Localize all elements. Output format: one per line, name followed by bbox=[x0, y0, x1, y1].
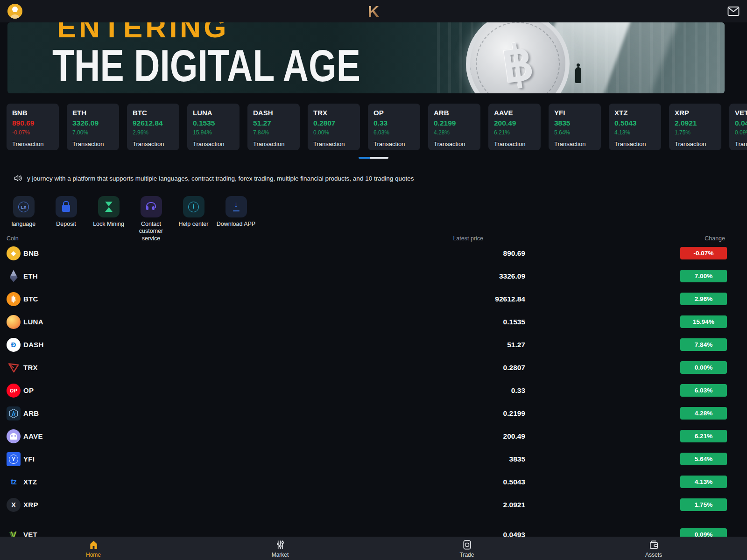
market-row-arb[interactable]: ARB 0.2199 4.28% bbox=[0, 402, 747, 425]
change-badge: 6.03% bbox=[680, 384, 727, 397]
ticker-card-row: BNB 890.69 -0.07% Transaction ETH 3326.0… bbox=[0, 104, 747, 150]
ticker-card-trx[interactable]: TRX 0.2807 0.00% Transaction bbox=[308, 104, 360, 150]
trade-icon bbox=[462, 539, 472, 550]
announcement-text: y journey with a platform that supports … bbox=[27, 175, 414, 182]
transaction-link[interactable]: Transaction bbox=[614, 140, 655, 147]
bottom-nav: Home Market Trade Assets bbox=[0, 537, 747, 560]
yfi-icon bbox=[7, 452, 21, 466]
market-row-dash[interactable]: DASH 51.27 7.84% bbox=[0, 333, 747, 356]
op-icon bbox=[7, 384, 21, 398]
transaction-link[interactable]: Transaction bbox=[434, 140, 475, 147]
transaction-link[interactable]: Transaction bbox=[12, 140, 53, 147]
transaction-link[interactable]: Transaction bbox=[313, 140, 354, 147]
market-row-luna[interactable]: LUNA 0.1535 15.94% bbox=[0, 310, 747, 333]
carousel-pager[interactable] bbox=[0, 157, 747, 159]
hourglass-icon bbox=[98, 196, 120, 217]
ticker-card-xtz[interactable]: XTZ 0.5043 4.13% Transaction bbox=[609, 104, 661, 150]
change-badge: 4.13% bbox=[680, 476, 727, 488]
speaker-icon bbox=[14, 175, 22, 182]
market-row-eth[interactable]: ETH 3326.09 7.00% bbox=[0, 265, 747, 287]
market-row-trx[interactable]: TRX 0.2807 0.00% bbox=[0, 356, 747, 379]
column-header-coin: Coin bbox=[7, 235, 19, 242]
transaction-link[interactable]: Transaction bbox=[253, 140, 294, 147]
top-bar: K bbox=[0, 0, 747, 22]
announcement-bar[interactable]: y journey with a platform that supports … bbox=[14, 175, 733, 182]
column-header-latest-price: Latest price bbox=[453, 235, 483, 242]
ticker-card-dash[interactable]: DASH 51.27 7.84% Transaction bbox=[247, 104, 300, 150]
eth-icon bbox=[7, 269, 21, 283]
download-icon bbox=[226, 196, 247, 217]
column-header-change: Change bbox=[705, 235, 725, 242]
info-circle-icon bbox=[183, 196, 204, 217]
transaction-link[interactable]: Transaction bbox=[494, 140, 535, 147]
change-badge: 7.00% bbox=[680, 270, 727, 282]
profile-avatar-icon[interactable] bbox=[7, 4, 22, 19]
change-badge: 1.75% bbox=[680, 498, 727, 511]
ticker-card-arb[interactable]: ARB 0.2199 4.28% Transaction bbox=[428, 104, 480, 150]
market-row-op[interactable]: OP 0.33 6.03% bbox=[0, 379, 747, 402]
luna-icon bbox=[7, 315, 21, 329]
market-row-yfi[interactable]: YFI 3835 5.64% bbox=[0, 448, 747, 470]
pager-track bbox=[370, 157, 388, 159]
transaction-link[interactable]: Transaction bbox=[374, 140, 415, 147]
xrp-icon bbox=[7, 498, 21, 512]
transaction-link[interactable]: Transaction bbox=[735, 140, 747, 147]
nav-item-trade[interactable]: Trade bbox=[374, 537, 560, 560]
banner-title-line1: ENTERING bbox=[57, 22, 725, 42]
headset-icon bbox=[141, 196, 162, 217]
change-badge: 15.94% bbox=[680, 315, 727, 328]
btc-icon bbox=[7, 292, 21, 306]
assets-icon bbox=[648, 539, 659, 550]
change-badge: 5.64% bbox=[680, 453, 727, 465]
transaction-link[interactable]: Transaction bbox=[193, 140, 234, 147]
change-badge: 7.84% bbox=[680, 338, 727, 351]
home-icon bbox=[88, 539, 99, 550]
ticker-card-xrp[interactable]: XRP 2.0921 1.75% Transaction bbox=[669, 104, 721, 150]
nav-item-home[interactable]: Home bbox=[0, 537, 187, 560]
market-row-btc[interactable]: BTC 92612.84 2.96% bbox=[0, 287, 747, 310]
change-badge: 0.00% bbox=[680, 361, 727, 374]
transaction-link[interactable]: Transaction bbox=[133, 140, 174, 147]
ticker-card-bnb[interactable]: BNB 890.69 -0.07% Transaction bbox=[7, 104, 59, 150]
change-badge: 2.96% bbox=[680, 293, 727, 305]
xtz-icon bbox=[7, 475, 21, 489]
market-row-xtz[interactable]: XTZ 0.5043 4.13% bbox=[0, 470, 747, 493]
market-row-xrp[interactable]: XRP 2.0921 1.75% bbox=[0, 493, 747, 516]
change-badge: -0.07% bbox=[680, 247, 727, 259]
language-en-icon bbox=[13, 196, 35, 217]
ticker-card-btc[interactable]: BTC 92612.84 2.96% Transaction bbox=[127, 104, 179, 150]
banner-text: ENTERING THE DIGITAL AGE bbox=[7, 22, 725, 88]
bnb-icon bbox=[7, 246, 21, 260]
transaction-link[interactable]: Transaction bbox=[72, 140, 113, 147]
change-badge: 6.21% bbox=[680, 430, 727, 442]
market-icon bbox=[275, 539, 286, 550]
market-table: BNB 890.69 -0.07% ETH 3326.09 7.00% BTC … bbox=[0, 242, 747, 546]
arb-icon bbox=[7, 406, 21, 420]
banner-title-line2: THE DIGITAL AGE bbox=[52, 43, 590, 88]
nav-item-assets[interactable]: Assets bbox=[560, 537, 747, 560]
ticker-card-luna[interactable]: LUNA 0.1535 15.94% Transaction bbox=[187, 104, 240, 150]
ticker-card-eth[interactable]: ETH 3326.09 7.00% Transaction bbox=[67, 104, 119, 150]
deposit-bag-icon bbox=[56, 196, 77, 217]
ticker-card-yfi[interactable]: YFI 3835 5.64% Transaction bbox=[549, 104, 601, 150]
mail-icon[interactable] bbox=[727, 6, 740, 16]
aave-icon bbox=[7, 429, 21, 443]
dash-icon bbox=[7, 338, 21, 352]
ticker-card-vet[interactable]: VET 0.0493 0.09% Transaction bbox=[729, 104, 747, 150]
brand-logo: K bbox=[368, 3, 380, 19]
pager-active-segment bbox=[359, 157, 370, 159]
market-row-aave[interactable]: AAVE 200.49 6.21% bbox=[0, 425, 747, 448]
hero-banner[interactable]: ENTERING THE DIGITAL AGE bbox=[7, 22, 725, 93]
market-row-bnb[interactable]: BNB 890.69 -0.07% bbox=[0, 242, 747, 265]
transaction-link[interactable]: Transaction bbox=[554, 140, 595, 147]
nav-item-market[interactable]: Market bbox=[187, 537, 374, 560]
market-table-header: Coin Latest price Change bbox=[0, 235, 747, 242]
ticker-card-aave[interactable]: AAVE 200.49 6.21% Transaction bbox=[488, 104, 541, 150]
ticker-card-op[interactable]: OP 0.33 6.03% Transaction bbox=[368, 104, 420, 150]
crypto-app: K ENTERING THE DIGITAL AGE BNB 890.69 -0… bbox=[0, 0, 747, 560]
transaction-link[interactable]: Transaction bbox=[675, 140, 716, 147]
change-badge: 4.28% bbox=[680, 407, 727, 420]
trx-icon bbox=[7, 361, 21, 375]
